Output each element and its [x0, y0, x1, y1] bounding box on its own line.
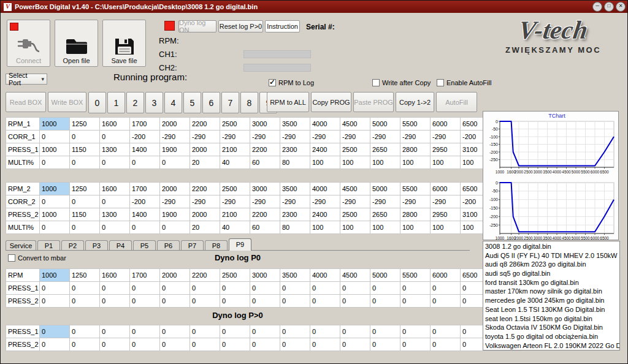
grid-cell-CORR_2-2[interactable]: 0 — [100, 195, 130, 208]
grid-cell-MULTI%-7[interactable]: 60 — [250, 156, 280, 169]
grid-cell-RPM_2-10[interactable]: 4500 — [340, 183, 370, 195]
grid-cell-MULTI%-8[interactable]: 80 — [280, 156, 310, 169]
enable-autofill-checkbox[interactable]: Enable AutoFill — [437, 79, 491, 86]
grid-cell-CORR_1-0[interactable]: 0 — [40, 131, 70, 143]
grid-cell-PRESS_2-2[interactable]: 0 — [100, 338, 130, 351]
grid-cell-CORR_1-13[interactable]: -290 — [431, 131, 461, 143]
tab-p3[interactable]: P3 — [85, 240, 108, 250]
connect-button[interactable]: Connect — [7, 20, 50, 67]
minimize-icon[interactable]: ─ — [592, 2, 602, 12]
file-list-item[interactable]: toyota 1.5 go digital od obciążenia.bin — [485, 332, 619, 341]
grid-cell-PRESS_2-5[interactable]: 0 — [190, 338, 220, 351]
grid-cell-CORR_1-8[interactable]: -290 — [280, 131, 310, 143]
grid-cell-PRESS_2-4[interactable]: 1900 — [160, 208, 190, 221]
grid-cell-PRESS_1-3[interactable]: 0 — [130, 325, 160, 338]
grid-cell-RPM-0[interactable]: 1000 — [40, 269, 70, 282]
grid-cell-MULTI%-6[interactable]: 40 — [220, 156, 250, 169]
grid-cell-CORR_2-0[interactable]: 0 — [40, 195, 70, 208]
grid-cell-PRESS_1-12[interactable]: 0 — [400, 282, 431, 295]
grid-cell-RPM-10[interactable]: 4500 — [340, 269, 370, 282]
grid-cell-MULTI%-9[interactable]: 100 — [310, 156, 340, 169]
grid-cell-RPM_2-12[interactable]: 5500 — [400, 183, 431, 195]
grid-cell-PRESS_1-10[interactable]: 2500 — [340, 143, 370, 156]
grid-cell-RPM_2-9[interactable]: 4000 — [310, 183, 340, 195]
grid-cell-RPM-8[interactable]: 3500 — [280, 269, 310, 282]
grid-cell-RPM-13[interactable]: 6000 — [431, 269, 461, 282]
grid-cell-PRESS_2-11[interactable]: 0 — [370, 338, 400, 351]
grid-cell-PRESS_1-1[interactable]: 1150 — [70, 143, 100, 156]
grid-cell-PRESS_2-7[interactable]: 0 — [250, 295, 280, 308]
digit-button-8[interactable]: 8 — [240, 92, 258, 113]
file-list-item[interactable]: Seat Leon 1.5 TSI 130KM Go Digital.bin — [485, 305, 619, 314]
autofill-button[interactable]: AutoFill — [436, 92, 477, 112]
grid-cell-PRESS_1-11[interactable]: 0 — [370, 325, 400, 338]
grid-cell-CORR_1-2[interactable]: 0 — [100, 131, 130, 143]
grid-cell-CORR_2-9[interactable]: -290 — [310, 195, 340, 208]
grid-cell-CORR_2-1[interactable]: 0 — [70, 195, 100, 208]
grid-cell-PRESS_1-13[interactable]: 2950 — [431, 143, 461, 156]
grid-cell-RPM_1-11[interactable]: 5000 — [370, 118, 400, 131]
grid-cell-RPM-4[interactable]: 2000 — [160, 269, 190, 282]
write-box-button[interactable]: Write BOX — [48, 92, 86, 112]
grid-cell-PRESS_1-11[interactable]: 0 — [370, 282, 400, 295]
grid-cell-RPM_2-5[interactable]: 2200 — [190, 183, 220, 195]
rpm-to-log-checkbox[interactable]: RPM to Log — [269, 79, 314, 86]
grid-cell-PRESS_1-13[interactable]: 0 — [431, 282, 461, 295]
grid-cell-CORR_2-13[interactable]: -290 — [431, 195, 461, 208]
grid-cell-RPM_1-5[interactable]: 2200 — [190, 118, 220, 131]
grid-cell-PRESS_2-4[interactable]: 0 — [160, 338, 190, 351]
grid-cell-MULTI%-1[interactable]: 0 — [70, 156, 100, 169]
grid-cell-CORR_2-7[interactable]: -290 — [250, 195, 280, 208]
grid-cell-CORR_1-1[interactable]: 0 — [70, 131, 100, 143]
file-list-item[interactable]: Volkswagen Arteon FL 2.0 190KM 2022 Go D… — [485, 341, 619, 351]
digit-button-5[interactable]: 5 — [183, 92, 201, 113]
grid-cell-PRESS_2-10[interactable]: 2500 — [340, 208, 370, 221]
file-list-item[interactable]: master 170km nowy silnik go digital.bin — [485, 287, 619, 296]
grid-cell-RPM_2-8[interactable]: 3500 — [280, 183, 310, 195]
grid-cell-PRESS_1-7[interactable]: 0 — [250, 282, 280, 295]
copy-prog-button[interactable]: Copy PROG — [311, 92, 351, 112]
digit-button-7[interactable]: 7 — [221, 92, 239, 113]
dyno-log-button[interactable]: Dyno log ON — [178, 20, 216, 32]
grid-cell-MULTI%-13[interactable]: 100 — [431, 156, 461, 169]
grid-cell-PRESS_1-12[interactable]: 2800 — [400, 143, 431, 156]
grid-cell-CORR_2-10[interactable]: -290 — [340, 195, 370, 208]
grid-cell-MULTI%-4[interactable]: 0 — [160, 221, 190, 234]
grid-cell-PRESS_2-2[interactable]: 0 — [100, 295, 130, 308]
tab-service[interactable]: Service — [6, 240, 36, 250]
grid-cell-RPM_2-2[interactable]: 1600 — [100, 183, 130, 195]
grid-cell-PRESS_1-7[interactable]: 0 — [250, 325, 280, 338]
file-list-item[interactable]: Skoda Octavia IV 150KM Go Digital.bin — [485, 323, 619, 332]
grid-cell-RPM_1-6[interactable]: 2500 — [220, 118, 250, 131]
grid-cell-RPM-2[interactable]: 1600 — [100, 269, 130, 282]
grid-cell-RPM_1-3[interactable]: 1700 — [130, 118, 160, 131]
grid-cell-RPM_2-13[interactable]: 6000 — [431, 183, 461, 195]
grid-cell-CORR_1-9[interactable]: -290 — [310, 131, 340, 143]
grid-cell-PRESS_2-2[interactable]: 1300 — [100, 208, 130, 221]
grid-cell-MULTI%-4[interactable]: 0 — [160, 156, 190, 169]
grid-cell-MULTI%-8[interactable]: 80 — [280, 221, 310, 234]
grid-cell-PRESS_1-3[interactable]: 0 — [130, 282, 160, 295]
grid-cell-PRESS_1-4[interactable]: 0 — [160, 325, 190, 338]
grid-cell-PRESS_2-1[interactable]: 0 — [70, 338, 100, 351]
grid-cell-RPM_2-0[interactable]: 1000 — [40, 183, 70, 195]
grid-cell-RPM_2-6[interactable]: 2500 — [220, 183, 250, 195]
grid-cell-PRESS_1-11[interactable]: 2650 — [370, 143, 400, 156]
tab-p5[interactable]: P5 — [133, 240, 156, 250]
grid-cell-PRESS_2-6[interactable]: 2100 — [220, 208, 250, 221]
grid-cell-PRESS_1-2[interactable]: 1300 — [100, 143, 130, 156]
grid-cell-MULTI%-11[interactable]: 100 — [370, 156, 400, 169]
grid-cell-CORR_1-7[interactable]: -290 — [250, 131, 280, 143]
tab-p7[interactable]: P7 — [181, 240, 204, 250]
grid-cell-CORR_1-5[interactable]: -290 — [190, 131, 220, 143]
grid-cell-PRESS_2-3[interactable]: 0 — [130, 295, 160, 308]
grid-cell-PRESS_2-8[interactable]: 0 — [280, 295, 310, 308]
write-after-copy-checkbox[interactable]: Write after Copy — [372, 79, 431, 86]
grid-cell-PRESS_2-9[interactable]: 2400 — [310, 208, 340, 221]
digit-button-3[interactable]: 3 — [145, 92, 163, 113]
grid-cell-CORR_1-6[interactable]: -290 — [220, 131, 250, 143]
digit-button-0[interactable]: 0 — [88, 92, 106, 113]
grid-cell-MULTI%-0[interactable]: 0 — [40, 221, 70, 234]
grid-cell-PRESS_1-8[interactable]: 0 — [280, 325, 310, 338]
grid-cell-RPM-7[interactable]: 3000 — [250, 269, 280, 282]
